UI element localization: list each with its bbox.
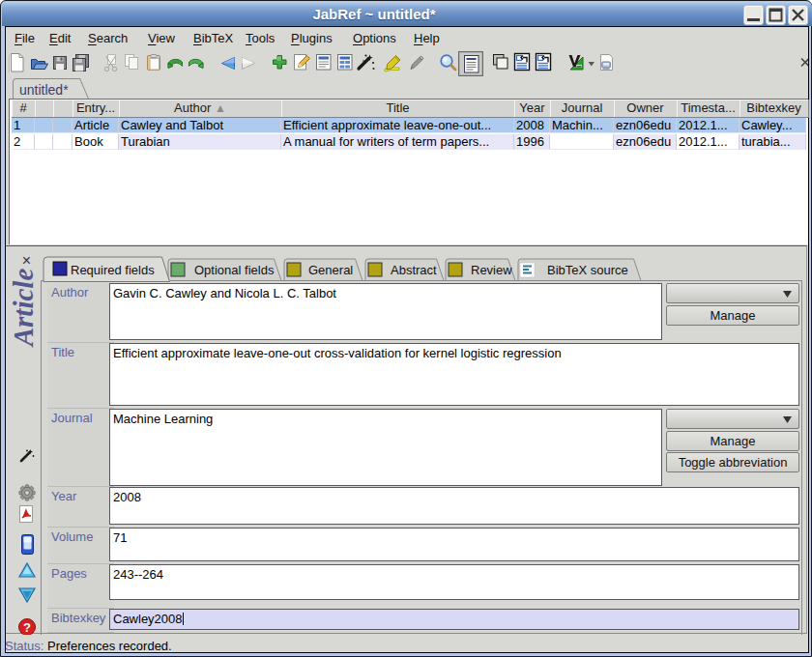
svg-text:Review: Review [471, 263, 512, 277]
svg-text:Required fields: Required fields [71, 263, 155, 277]
svg-text:?: ? [23, 620, 31, 635]
svg-text:Optional fields: Optional fields [194, 263, 275, 277]
svg-text:General: General [308, 263, 353, 277]
svg-text:Abstract: Abstract [391, 263, 437, 277]
svg-text:BibTeX source: BibTeX source [547, 263, 628, 277]
